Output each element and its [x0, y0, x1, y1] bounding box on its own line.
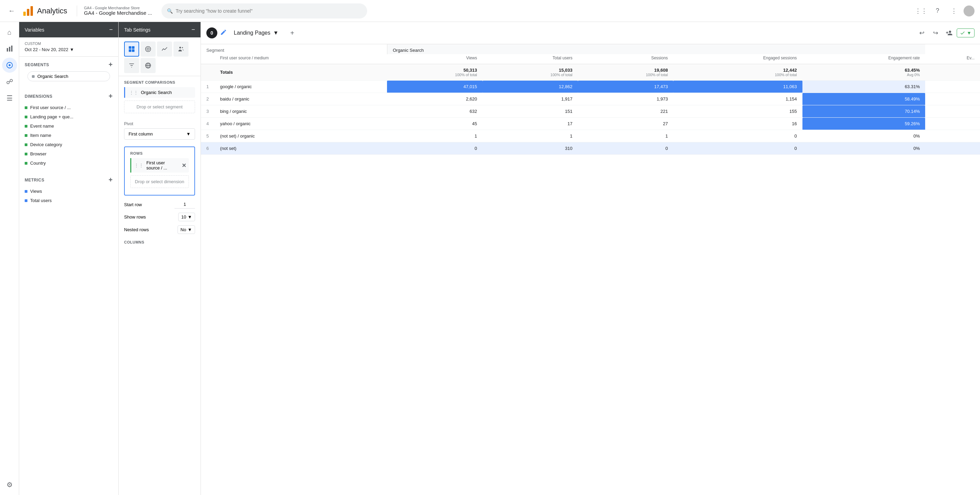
- segments-add-icon[interactable]: +: [109, 61, 113, 69]
- more-options-button[interactable]: ⋮: [947, 4, 961, 18]
- table-row[interactable]: 5 (not set) / organic 1 1 1 0 0%: [201, 130, 980, 142]
- save-button[interactable]: ▼: [957, 29, 975, 37]
- rows-section: ROWS ⋮⋮ First user source / ... ✕ Drop o…: [124, 147, 195, 196]
- dimension-item-first-user-source[interactable]: First user source / ...: [22, 103, 116, 112]
- rows-label: ROWS: [130, 151, 189, 155]
- date-range-button[interactable]: Oct 22 - Nov 20, 2022 ▼: [25, 47, 113, 52]
- tab-filter-icon[interactable]: [124, 58, 139, 73]
- back-button[interactable]: ←: [5, 5, 18, 17]
- grid-icon-button[interactable]: ⋮⋮: [914, 4, 928, 18]
- svg-rect-2: [30, 6, 33, 16]
- svg-rect-5: [11, 46, 12, 51]
- dimension-item-country[interactable]: Country: [22, 158, 116, 168]
- tab-settings-minimize-icon[interactable]: −: [191, 26, 195, 33]
- tab-people-icon[interactable]: [173, 42, 189, 57]
- topbar: ← Analytics GA4 - Google Merchandise Sto…: [0, 0, 980, 22]
- dimension-item-event-name[interactable]: Event name: [22, 121, 116, 131]
- metric-dot-blue: [25, 199, 27, 202]
- table-row[interactable]: 6 (not set) 0 310 0 0 0%: [201, 142, 980, 155]
- redo-button[interactable]: ↪: [929, 27, 942, 39]
- report-title-button[interactable]: Landing Pages ▼: [230, 28, 283, 38]
- nav-home[interactable]: ⌂: [2, 25, 17, 40]
- table-row[interactable]: 1 google / organic 47,015 12,862 17,473 …: [201, 81, 980, 93]
- row-views-cell: 45: [387, 118, 482, 130]
- rows-dimension-label: First user source / ...: [146, 160, 179, 171]
- pivot-label: Pivot: [124, 121, 195, 126]
- table-row[interactable]: 4 yahoo / organic 45 17 27 16 59.26%: [201, 118, 980, 130]
- nav-explore[interactable]: [2, 57, 17, 73]
- help-icon-button[interactable]: ?: [931, 4, 944, 18]
- report-type-circle: 0: [206, 27, 217, 38]
- dimension-item-device-category[interactable]: Device category: [22, 140, 116, 149]
- segment-chip-organic-search[interactable]: Organic Search: [27, 71, 110, 81]
- date-value-text: Oct 22 - Nov 20, 2022: [25, 47, 68, 52]
- row-dimension-cell: bing / organic: [215, 105, 387, 118]
- tab-donut-icon[interactable]: [140, 42, 156, 57]
- th-dimension: [201, 54, 215, 64]
- rows-dimension-chip[interactable]: ⋮⋮ First user source / ... ✕: [130, 158, 189, 172]
- toolbar-right-actions: ↩ ↪ ▼: [916, 27, 975, 39]
- dimension-item-item-name[interactable]: Item name: [22, 131, 116, 140]
- account-name: GA4 - Google Merchandise Store: [84, 6, 152, 10]
- metric-label: Total users: [30, 198, 52, 203]
- dimensions-add-icon[interactable]: +: [109, 92, 113, 100]
- nested-rows-dropdown[interactable]: No ▼: [178, 225, 196, 234]
- dimension-label: Event name: [30, 123, 54, 129]
- nav-settings[interactable]: ⚙: [2, 477, 17, 492]
- nav-advertising[interactable]: ☍: [2, 74, 17, 89]
- segments-list: Organic Search: [19, 71, 118, 88]
- svg-rect-10: [129, 50, 132, 52]
- tab-table-icon[interactable]: [124, 42, 139, 57]
- nav-reports[interactable]: [2, 41, 17, 56]
- show-rows-dropdown[interactable]: 10 ▼: [178, 213, 195, 221]
- tab-line-icon[interactable]: [157, 42, 172, 57]
- remove-dimension-button[interactable]: ✕: [182, 162, 186, 169]
- user-avatar[interactable]: [964, 5, 975, 16]
- svg-point-12: [146, 47, 151, 52]
- segment-comparison-organic-search[interactable]: ⋮⋮ Organic Search: [124, 87, 195, 98]
- row-num-cell: 3: [201, 105, 215, 118]
- row-ev-cell: [925, 93, 980, 105]
- metric-item-total-users[interactable]: Total users: [22, 196, 116, 205]
- metric-item-views[interactable]: Views: [22, 187, 116, 196]
- nav-configure[interactable]: ☰: [2, 91, 17, 105]
- drop-select-segment-zone[interactable]: Drop or select segment: [124, 101, 195, 113]
- app-logo: Analytics: [22, 5, 70, 17]
- segment-dot: [32, 75, 35, 78]
- variables-minimize-icon[interactable]: −: [109, 26, 113, 33]
- account-info: GA4 - Google Merchandise Store GA4 - Goo…: [84, 6, 152, 16]
- tab-settings-header: Tab Settings −: [119, 22, 200, 37]
- organic-search-header: Organic Search: [387, 44, 925, 54]
- row-sessions-cell: 17,473: [578, 81, 673, 93]
- metric-dot-blue: [25, 190, 27, 193]
- row-engaged-sessions-cell: 155: [673, 105, 802, 118]
- totals-row: Totals 50,313 100% of total 15,033 100% …: [201, 64, 980, 81]
- totals-num-cell: [201, 64, 215, 81]
- th-ev: Ev...: [925, 54, 980, 64]
- date-label: Custom: [25, 42, 113, 46]
- add-user-button[interactable]: [943, 27, 955, 39]
- dimension-item-landing-page[interactable]: Landing page + que...: [22, 112, 116, 121]
- main-content: 0 Landing Pages ▼ + ↩ ↪ ▼: [201, 22, 980, 495]
- row-total-users-cell: 1: [483, 130, 578, 142]
- drop-select-dimension-zone[interactable]: Drop or select dimension: [130, 175, 189, 188]
- search-bar[interactable]: 🔍: [161, 3, 367, 19]
- search-input[interactable]: [175, 8, 362, 14]
- row-sessions-cell: 0: [578, 142, 673, 155]
- add-tab-button[interactable]: +: [286, 26, 299, 40]
- row-engagement-rate-cell: 58.49%: [802, 93, 926, 105]
- undo-button[interactable]: ↩: [916, 27, 928, 39]
- row-total-users-cell: 310: [483, 142, 578, 155]
- dimension-dot-green: [25, 134, 27, 137]
- row-sessions-cell: 1,973: [578, 93, 673, 105]
- metrics-add-icon[interactable]: +: [109, 176, 113, 184]
- dimension-dot-green: [25, 125, 27, 128]
- table-row[interactable]: 3 bing / organic 632 151 221 155 70.14%: [201, 105, 980, 118]
- dimension-item-browser[interactable]: Browser: [22, 149, 116, 158]
- pivot-dropdown[interactable]: First column ▼: [124, 128, 195, 140]
- row-engagement-rate-cell: 0%: [802, 130, 926, 142]
- start-row-input[interactable]: [175, 200, 195, 209]
- tab-globe-icon[interactable]: [140, 58, 156, 73]
- row-sessions-cell: 221: [578, 105, 673, 118]
- table-row[interactable]: 2 baidu / organic 2,620 1,917 1,973 1,15…: [201, 93, 980, 105]
